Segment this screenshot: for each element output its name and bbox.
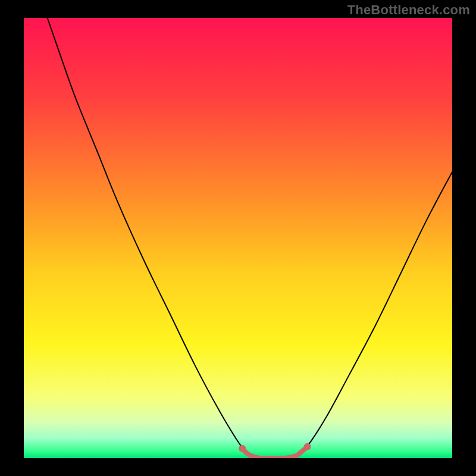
chart-canvas xyxy=(0,0,476,476)
chart-frame: TheBottleneck.com xyxy=(0,0,476,476)
series-optimal-band-endpoint xyxy=(239,445,246,452)
plot-background xyxy=(24,18,452,458)
watermark-text: TheBottleneck.com xyxy=(347,2,470,18)
series-optimal-band-endpoint xyxy=(304,443,311,450)
